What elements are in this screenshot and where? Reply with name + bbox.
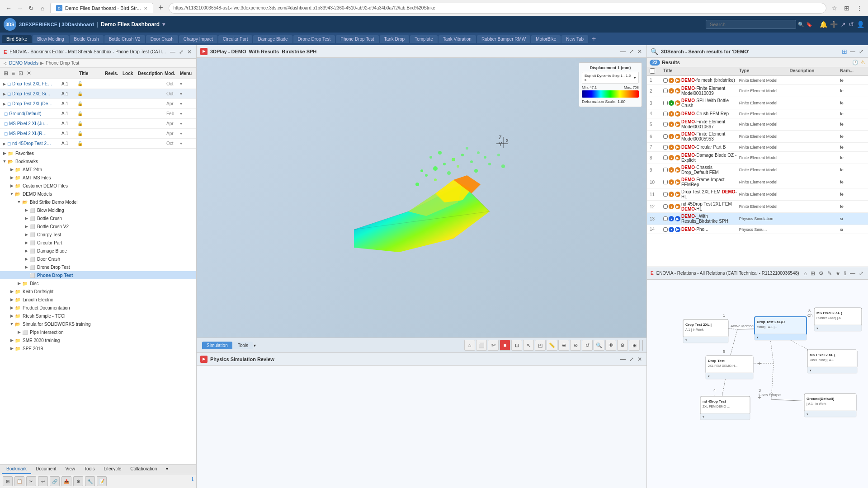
result-checkbox-12[interactable] [663, 204, 668, 209]
file-menu-7[interactable]: ▾ [180, 141, 193, 146]
toolbar-icon-btn-1[interactable]: ⊞ [3, 69, 9, 77]
tab-door-crash[interactable]: Door Crash [146, 35, 178, 43]
tab-charpy-impact[interactable]: Charpy Impact [179, 35, 217, 43]
tab-drone-drop-test[interactable]: Drone Drop Test [293, 35, 335, 43]
search-minimize-button[interactable]: — [849, 47, 856, 56]
tab-new-tab[interactable]: New Tab [561, 35, 588, 43]
result-checkbox-7[interactable] [663, 145, 668, 150]
nav-refresh-button[interactable]: ↻ [26, 3, 36, 13]
file-row[interactable]: ▶ ◻ Drop Test 2XL(Default) A.1 🔒 Apr ▾ [0, 99, 196, 109]
bottom-tool-7[interactable]: ⚙ [73, 476, 83, 486]
tree-item-favorites[interactable]: ▶ 📁 Favorites [0, 149, 196, 157]
result-row[interactable]: 1 ● ▶ DEMO-fe mesh (birdstrike) Finite E… [647, 76, 868, 85]
result-checkbox-11[interactable] [663, 192, 668, 197]
tree-item-birdstrike[interactable]: ▼ 📂 Bird Strike Demo Model [0, 198, 196, 206]
result-checkbox-6[interactable] [663, 134, 668, 139]
add-widget-icon[interactable]: ➕ [830, 21, 838, 28]
tree-item-customer[interactable]: ▶ 📁 Customer DEMO Files [0, 182, 196, 190]
tree-item-rtesh[interactable]: ▶ 📁 Rtesh Sample - TCCI [0, 312, 196, 320]
expand-icon-2[interactable]: ▶ [3, 92, 6, 96]
bottom-tab-lifecycle[interactable]: Lifecycle [99, 465, 126, 474]
clock-icon[interactable]: 🕐 [852, 60, 859, 66]
bottom-tool-6[interactable]: 📤 [61, 476, 71, 486]
rel-edit-btn[interactable]: ✎ [826, 269, 833, 277]
col-desc-header2[interactable]: Description [789, 68, 840, 75]
rel-star-btn[interactable]: ★ [835, 269, 841, 277]
bottom-tool-9[interactable]: 📝 [97, 476, 107, 486]
toolbar-btn-edge[interactable]: ◰ [535, 340, 546, 351]
step-dropdown-icon[interactable]: ▾ [634, 75, 636, 80]
app-title-dropdown-icon[interactable]: ▾ [162, 21, 165, 28]
info-icon[interactable]: ℹ [192, 476, 193, 486]
tab-tank-vibration[interactable]: Tank Vibration [439, 35, 476, 43]
bookmark-search-icon[interactable]: 🔖 [806, 22, 812, 28]
col-title-header2[interactable]: Title [663, 68, 739, 75]
bottom-tab-bookmark[interactable]: Bookmark [2, 465, 31, 474]
result-checkbox-9[interactable] [663, 168, 668, 172]
file-row[interactable]: ▶ ◻ Drop Test 2XL Simulation A.1 🔒 Oct ▾ [0, 89, 196, 99]
result-row[interactable]: 12 ● ▶ nd 45Drop Test 2XL FEM DEMO-HL Fi… [647, 201, 868, 213]
extensions-button[interactable]: ⊞ [842, 3, 852, 13]
expand-icon-7[interactable]: ▶ [3, 141, 6, 146]
toolbar-btn-fill[interactable]: ■ [500, 340, 510, 351]
toolbar-btn-box[interactable]: ⬜ [476, 340, 487, 351]
result-row[interactable]: 10 ● ▶ DEMO-Frame-Impact-FEMRep Finite E… [647, 176, 868, 188]
notification-icon[interactable]: 🔔 [820, 21, 827, 28]
settings-button[interactable]: ⋮ [854, 3, 864, 13]
tree-item-bookmarks[interactable]: ▼ 📂 Bookmarks [0, 157, 196, 165]
result-row[interactable]: 8 ● ▶ DEMO-Damage Blade OZ - Explicit Fi… [647, 152, 868, 164]
bookmark-button[interactable]: ☆ [829, 3, 839, 13]
viewer-minimize-button[interactable]: — [619, 47, 627, 56]
toolbar-btn-picker[interactable]: ↖ [523, 340, 534, 351]
new-tab-button[interactable]: + [156, 3, 166, 13]
bottom-tab-document[interactable]: Document [31, 465, 61, 474]
tree-item-sme[interactable]: ▶ 📁 SME 2020 training [0, 336, 196, 344]
file-row[interactable]: ▶ ◻ Drop Test 2XL FEM DE... A.1 🔓 Oct ▾ [0, 79, 196, 89]
toolbar-btn-section[interactable]: ⊗ [570, 340, 581, 351]
tree-item-lincoln[interactable]: ▶ 📁 Lincoln Electric [0, 296, 196, 304]
filter-icon[interactable]: ⊞ [842, 48, 847, 55]
result-checkbox-10[interactable] [663, 180, 668, 184]
review-minimize-button[interactable]: — [619, 355, 627, 363]
add-tab-button[interactable]: + [589, 33, 599, 44]
tree-item-demo-models[interactable]: ▼ 📂 DEMO Models [0, 190, 196, 198]
select-all-checkbox[interactable] [650, 68, 655, 74]
step-selector[interactable]: Explicit Dynamic Step 1 - 1.5 s ▾ [582, 72, 639, 84]
result-row[interactable]: 2 ● ▶ DEMO-Finite Element Model00010039 … [647, 85, 868, 97]
sim-tab-tools[interactable]: Tools [233, 342, 253, 349]
toolbar-icon-btn-3[interactable]: ⊡ [18, 69, 24, 77]
result-checkbox-3[interactable] [663, 101, 668, 105]
result-row[interactable]: 6 ● ▶ DEMO-Finite Element Model00005953 … [647, 131, 868, 143]
file-row[interactable]: ◻ MS Pixel 2 XL(Just Pho... A.1 🔒 Apr ▾ [0, 119, 196, 129]
tree-item-amt24[interactable]: ▶ 📁 AMT 24th [0, 165, 196, 174]
bookmark-close-button[interactable]: ✕ [186, 48, 193, 56]
rel-minimize-btn[interactable]: — [849, 269, 856, 277]
toolbar-btn-wire[interactable]: ⊡ [511, 340, 522, 351]
toolbar-btn-zoom[interactable]: 🔍 [594, 340, 604, 351]
toolbar-icon-btn-2[interactable]: ≡ [11, 69, 16, 77]
tree-item-keith[interactable]: ▶ 📁 Keith Draftsight [0, 287, 196, 296]
bottom-tool-5[interactable]: 🔗 [50, 476, 60, 486]
result-row-14[interactable]: 14 ● ▶ DEMO-Pho... Physics Simu... si [647, 225, 868, 234]
nav-back-bookmark[interactable]: ◁ [4, 61, 7, 66]
tree-item-damage[interactable]: ▶ ⬜ Damage Blade [0, 247, 196, 255]
app-search-input[interactable] [706, 20, 796, 29]
toolbar-btn-probe[interactable]: ⊕ [558, 340, 569, 351]
result-checkbox-4[interactable] [663, 112, 668, 116]
tree-item-pipe[interactable]: ▶ ⬜ Pipe Intersection [0, 328, 196, 336]
search-expand-button[interactable]: ⤢ [858, 47, 864, 56]
result-checkbox-8[interactable] [663, 155, 668, 160]
tab-blow-molding[interactable]: Blow Molding [33, 35, 68, 43]
bottom-tool-1[interactable]: ⊞ [3, 476, 13, 486]
file-row[interactable]: ◻ Ground(Default) A.1 🔒 Feb ▾ [0, 109, 196, 119]
bottom-tool-8[interactable]: 🔧 [85, 476, 95, 486]
result-checkbox-2[interactable] [663, 89, 668, 93]
result-checkbox-1[interactable] [663, 78, 668, 83]
col-num-header[interactable] [650, 68, 663, 75]
viewer-expand-button[interactable]: ⤢ [628, 47, 635, 56]
col-type-header[interactable]: Type [739, 68, 790, 75]
relations-graph-canvas[interactable]: + + + + + + + 1 3 Children 1 5 3 Uses Sh… [647, 280, 868, 488]
result-row[interactable]: 7 ● ▶ DEMO-Circular Part B Finite Elemen… [647, 143, 868, 152]
bottom-tool-4[interactable]: ↩ [38, 476, 48, 486]
bottom-tool-3[interactable]: ✂ [26, 476, 36, 486]
